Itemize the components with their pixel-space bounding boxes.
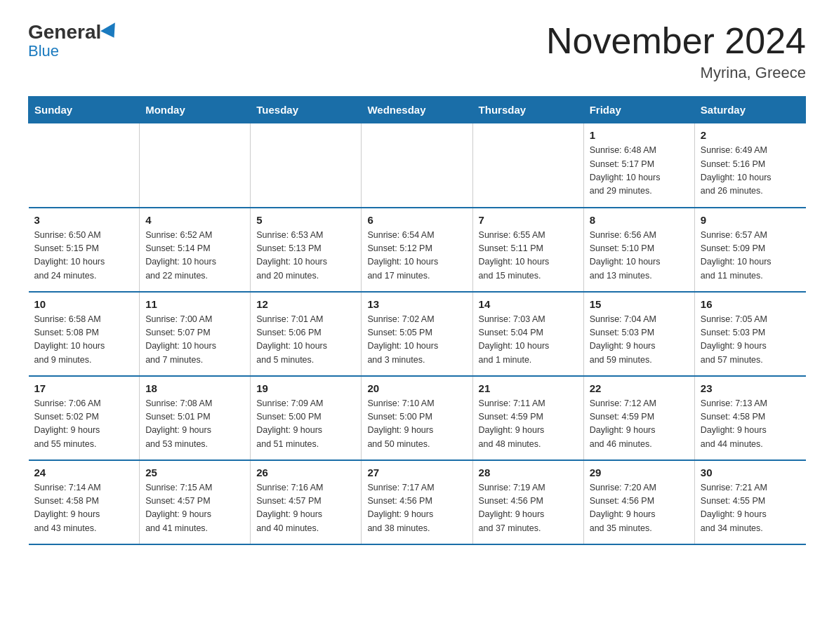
day-number: 28 — [479, 467, 578, 478]
day-number: 25 — [145, 467, 244, 478]
calendar-cell: 20Sunrise: 7:10 AM Sunset: 5:00 PM Dayli… — [362, 376, 472, 460]
day-number: 23 — [701, 382, 800, 394]
calendar-cell: 29Sunrise: 7:20 AM Sunset: 4:56 PM Dayli… — [583, 460, 694, 544]
logo-area: General Blue — [28, 21, 121, 60]
weekday-header: Saturday — [694, 97, 805, 123]
title-area: November 2024 Myrina, Greece — [546, 21, 806, 82]
day-number: 26 — [256, 467, 355, 478]
calendar-cell: 27Sunrise: 7:17 AM Sunset: 4:56 PM Dayli… — [362, 460, 472, 544]
calendar-cell: 18Sunrise: 7:08 AM Sunset: 5:01 PM Dayli… — [140, 376, 251, 460]
day-number: 6 — [367, 214, 466, 226]
logo-general-text: General — [28, 21, 101, 43]
day-number: 24 — [34, 467, 134, 478]
day-number: 13 — [367, 298, 466, 310]
calendar-week-row: 1Sunrise: 6:48 AM Sunset: 5:17 PM Daylig… — [29, 123, 806, 208]
day-info: Sunrise: 7:11 AM Sunset: 4:59 PM Dayligh… — [479, 397, 578, 452]
day-info: Sunrise: 6:53 AM Sunset: 5:13 PM Dayligh… — [256, 229, 355, 283]
calendar-cell — [140, 123, 251, 208]
day-info: Sunrise: 7:00 AM Sunset: 5:07 PM Dayligh… — [145, 313, 244, 368]
day-number: 14 — [479, 298, 578, 310]
weekday-header: Monday — [140, 97, 251, 123]
day-info: Sunrise: 6:50 AM Sunset: 5:15 PM Dayligh… — [34, 229, 134, 283]
calendar-cell — [251, 123, 362, 208]
day-number: 5 — [256, 214, 355, 226]
day-number: 29 — [590, 467, 689, 478]
calendar-cell: 17Sunrise: 7:06 AM Sunset: 5:02 PM Dayli… — [29, 376, 140, 460]
calendar-cell: 15Sunrise: 7:04 AM Sunset: 5:03 PM Dayli… — [583, 292, 694, 376]
day-info: Sunrise: 6:57 AM Sunset: 5:09 PM Dayligh… — [701, 229, 800, 283]
calendar-cell: 28Sunrise: 7:19 AM Sunset: 4:56 PM Dayli… — [472, 460, 583, 544]
day-info: Sunrise: 6:49 AM Sunset: 5:16 PM Dayligh… — [701, 144, 800, 199]
calendar-cell — [29, 123, 140, 208]
day-info: Sunrise: 6:52 AM Sunset: 5:14 PM Dayligh… — [145, 229, 244, 283]
calendar-cell: 16Sunrise: 7:05 AM Sunset: 5:03 PM Dayli… — [694, 292, 805, 376]
calendar-cell: 7Sunrise: 6:55 AM Sunset: 5:11 PM Daylig… — [472, 208, 583, 292]
day-number: 3 — [34, 214, 134, 226]
day-number: 1 — [590, 129, 689, 141]
day-info: Sunrise: 7:16 AM Sunset: 4:57 PM Dayligh… — [256, 481, 355, 536]
weekday-header: Tuesday — [251, 97, 362, 123]
calendar-cell: 2Sunrise: 6:49 AM Sunset: 5:16 PM Daylig… — [694, 123, 805, 208]
day-number: 27 — [367, 467, 466, 478]
calendar-cell: 3Sunrise: 6:50 AM Sunset: 5:15 PM Daylig… — [29, 208, 140, 292]
day-number: 15 — [590, 298, 689, 310]
calendar-cell: 14Sunrise: 7:03 AM Sunset: 5:04 PM Dayli… — [472, 292, 583, 376]
weekday-header: Wednesday — [362, 97, 472, 123]
day-info: Sunrise: 7:04 AM Sunset: 5:03 PM Dayligh… — [590, 313, 689, 368]
day-number: 19 — [256, 382, 355, 394]
day-info: Sunrise: 6:48 AM Sunset: 5:17 PM Dayligh… — [590, 144, 689, 199]
day-number: 30 — [701, 467, 800, 478]
calendar-cell: 11Sunrise: 7:00 AM Sunset: 5:07 PM Dayli… — [140, 292, 251, 376]
day-info: Sunrise: 7:09 AM Sunset: 5:00 PM Dayligh… — [256, 397, 355, 452]
weekday-header: Thursday — [472, 97, 583, 123]
day-info: Sunrise: 7:03 AM Sunset: 5:04 PM Dayligh… — [479, 313, 578, 368]
calendar-cell: 21Sunrise: 7:11 AM Sunset: 4:59 PM Dayli… — [472, 376, 583, 460]
day-info: Sunrise: 7:13 AM Sunset: 4:58 PM Dayligh… — [701, 397, 800, 452]
day-number: 2 — [701, 129, 800, 141]
calendar-week-row: 10Sunrise: 6:58 AM Sunset: 5:08 PM Dayli… — [29, 292, 806, 376]
calendar-cell: 26Sunrise: 7:16 AM Sunset: 4:57 PM Dayli… — [251, 460, 362, 544]
day-info: Sunrise: 7:17 AM Sunset: 4:56 PM Dayligh… — [367, 481, 466, 536]
calendar-cell: 6Sunrise: 6:54 AM Sunset: 5:12 PM Daylig… — [362, 208, 472, 292]
calendar-table: SundayMondayTuesdayWednesdayThursdayFrid… — [28, 96, 806, 545]
day-number: 21 — [479, 382, 578, 394]
day-info: Sunrise: 7:06 AM Sunset: 5:02 PM Dayligh… — [34, 397, 134, 452]
logo: General — [28, 21, 121, 43]
day-info: Sunrise: 7:15 AM Sunset: 4:57 PM Dayligh… — [145, 481, 244, 536]
logo-blue-text: Blue — [28, 42, 59, 60]
day-number: 10 — [34, 298, 134, 310]
day-info: Sunrise: 6:55 AM Sunset: 5:11 PM Dayligh… — [479, 229, 578, 283]
calendar-week-row: 24Sunrise: 7:14 AM Sunset: 4:58 PM Dayli… — [29, 460, 806, 544]
day-number: 7 — [479, 214, 578, 226]
calendar-cell: 1Sunrise: 6:48 AM Sunset: 5:17 PM Daylig… — [583, 123, 694, 208]
calendar-week-row: 3Sunrise: 6:50 AM Sunset: 5:15 PM Daylig… — [29, 208, 806, 292]
day-info: Sunrise: 7:08 AM Sunset: 5:01 PM Dayligh… — [145, 397, 244, 452]
weekday-header: Friday — [583, 97, 694, 123]
calendar-cell: 30Sunrise: 7:21 AM Sunset: 4:55 PM Dayli… — [694, 460, 805, 544]
calendar-cell: 19Sunrise: 7:09 AM Sunset: 5:00 PM Dayli… — [251, 376, 362, 460]
day-number: 20 — [367, 382, 466, 394]
calendar-cell: 5Sunrise: 6:53 AM Sunset: 5:13 PM Daylig… — [251, 208, 362, 292]
page-header: General Blue November 2024 Myrina, Greec… — [28, 21, 806, 82]
day-info: Sunrise: 7:14 AM Sunset: 4:58 PM Dayligh… — [34, 481, 134, 536]
weekday-header: Sunday — [29, 97, 140, 123]
calendar-cell: 4Sunrise: 6:52 AM Sunset: 5:14 PM Daylig… — [140, 208, 251, 292]
calendar-cell: 12Sunrise: 7:01 AM Sunset: 5:06 PM Dayli… — [251, 292, 362, 376]
calendar-cell: 8Sunrise: 6:56 AM Sunset: 5:10 PM Daylig… — [583, 208, 694, 292]
calendar-cell — [362, 123, 472, 208]
day-info: Sunrise: 7:21 AM Sunset: 4:55 PM Dayligh… — [701, 481, 800, 536]
calendar-cell — [472, 123, 583, 208]
calendar-cell: 25Sunrise: 7:15 AM Sunset: 4:57 PM Dayli… — [140, 460, 251, 544]
calendar-cell: 9Sunrise: 6:57 AM Sunset: 5:09 PM Daylig… — [694, 208, 805, 292]
day-info: Sunrise: 6:54 AM Sunset: 5:12 PM Dayligh… — [367, 229, 466, 283]
day-number: 18 — [145, 382, 244, 394]
day-info: Sunrise: 7:19 AM Sunset: 4:56 PM Dayligh… — [479, 481, 578, 536]
day-info: Sunrise: 7:02 AM Sunset: 5:05 PM Dayligh… — [367, 313, 466, 368]
location-title: Myrina, Greece — [546, 64, 806, 82]
day-info: Sunrise: 6:56 AM Sunset: 5:10 PM Dayligh… — [590, 229, 689, 283]
calendar-cell: 13Sunrise: 7:02 AM Sunset: 5:05 PM Dayli… — [362, 292, 472, 376]
day-info: Sunrise: 7:12 AM Sunset: 4:59 PM Dayligh… — [590, 397, 689, 452]
day-info: Sunrise: 7:10 AM Sunset: 5:00 PM Dayligh… — [367, 397, 466, 452]
day-number: 9 — [701, 214, 800, 226]
day-number: 22 — [590, 382, 689, 394]
